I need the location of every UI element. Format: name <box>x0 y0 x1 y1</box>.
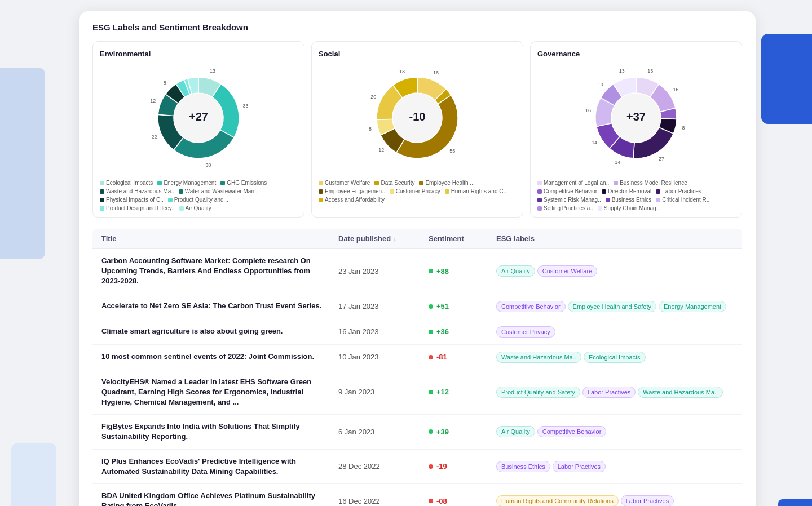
row-title: 10 most common sentinel events of 2022: … <box>102 352 338 362</box>
row-sentiment: +36 <box>429 327 496 336</box>
chart-panel-governance: Governance 13168271414161013 +37 Managem… <box>530 41 742 218</box>
row-labels: Waste and Hazardous Ma..Ecological Impac… <box>496 352 733 363</box>
table-row[interactable]: Carbon Accounting Software Market: Compl… <box>92 249 742 294</box>
esg-tag: Waste and Hazardous Ma.. <box>638 387 723 398</box>
esg-tag: Air Quality <box>496 265 535 277</box>
table-row[interactable]: BDA United Kingdom Office Achieves Plati… <box>92 484 742 506</box>
svg-text:12: 12 <box>378 147 384 153</box>
svg-text:13: 13 <box>619 68 625 74</box>
sentiment-dot <box>429 269 433 273</box>
svg-text:12: 12 <box>150 98 156 104</box>
table-row[interactable]: Climate smart agriculture is also about … <box>92 319 742 345</box>
esg-tag: Customer Privacy <box>496 326 555 338</box>
legend-item: Access and Affordability <box>319 197 385 203</box>
row-title: FigBytes Expands Into India with Solutio… <box>102 421 338 442</box>
legend-item: Management of Legal an.. <box>537 180 609 186</box>
row-title: VelocityEHS® Named a Leader in latest EH… <box>102 377 338 408</box>
svg-text:10: 10 <box>598 82 603 87</box>
row-date: 6 Jan 2023 <box>338 428 429 436</box>
svg-text:8: 8 <box>164 80 166 86</box>
esg-tag: Air Quality <box>496 426 535 437</box>
svg-text:+27: +27 <box>189 110 208 123</box>
legend-item: Product Quality and .. <box>168 197 228 203</box>
esg-tag: Energy Management <box>659 301 726 312</box>
sentiment-dot <box>429 355 433 359</box>
svg-text:22: 22 <box>151 134 157 140</box>
svg-text:14: 14 <box>592 140 597 145</box>
table-row[interactable]: FigBytes Expands Into India with Solutio… <box>92 415 742 449</box>
svg-text:13: 13 <box>647 68 653 74</box>
table-row[interactable]: 10 most common sentinel events of 2022: … <box>92 345 742 370</box>
svg-text:-10: -10 <box>409 110 426 123</box>
row-labels: Competitive BehaviorEmployee Health and … <box>496 301 733 312</box>
svg-text:16: 16 <box>673 87 679 92</box>
row-date: 23 Jan 2023 <box>338 267 429 276</box>
legend-item: Human Rights and C.. <box>445 188 506 194</box>
sentiment-dot <box>429 499 433 503</box>
esg-tag: Labor Practives <box>582 387 636 398</box>
bg-decoration-left <box>0 68 45 259</box>
legend-item: Employee Health ... <box>419 180 474 186</box>
chart-label-environmental: Environmental <box>100 50 297 58</box>
esg-tag: Waste and Hazardous Ma.. <box>496 352 581 363</box>
esg-tag: Labor Practives <box>553 461 606 472</box>
legend-item: Energy Management <box>157 180 216 186</box>
svg-text:13: 13 <box>399 69 405 74</box>
svg-text:38: 38 <box>205 162 211 168</box>
legend-item: Customer Pricacy <box>390 188 440 194</box>
row-sentiment: -19 <box>429 462 496 471</box>
row-sentiment: +51 <box>429 302 496 310</box>
legend-item: Customer Welfare <box>319 180 370 186</box>
table-row[interactable]: Accelerate to Net Zero SE Asia: The Carb… <box>92 294 742 319</box>
table-row[interactable]: IQ Plus Enhances EcoVadis' Predictive In… <box>92 450 742 484</box>
sentiment-dot <box>429 464 433 469</box>
table-header: Title Date published ↓ Sentiment ESG lab… <box>92 229 742 249</box>
chart-label-governance: Governance <box>537 50 735 58</box>
esg-tag: Competitive Behavior <box>537 426 607 437</box>
row-sentiment: +88 <box>429 267 496 276</box>
sentiment-dot <box>429 304 433 309</box>
row-labels: Customer Privacy <box>496 326 733 338</box>
table-row[interactable]: VelocityEHS® Named a Leader in latest EH… <box>92 370 742 415</box>
bg-decoration-left-bottom <box>11 443 56 506</box>
th-date[interactable]: Date published ↓ <box>338 234 429 243</box>
svg-text:13: 13 <box>210 68 215 74</box>
svg-text:+37: +37 <box>626 110 646 123</box>
esg-tag: Customer Welfare <box>537 265 597 277</box>
svg-text:27: 27 <box>659 156 664 162</box>
sort-icon: ↓ <box>393 236 396 242</box>
chart-area-governance: 13168271414161013 +37 <box>537 63 735 175</box>
legend-item: Director Removal <box>602 188 651 194</box>
chart-area-environmental: 13333822128 +27 <box>100 63 297 175</box>
row-sentiment: -81 <box>429 353 496 361</box>
svg-text:14: 14 <box>615 159 620 165</box>
chart-label-social: Social <box>319 50 516 58</box>
legend-item: Systemic Risk Manag.. <box>537 197 601 203</box>
row-title: Accelerate to Net Zero SE Asia: The Carb… <box>102 301 338 311</box>
row-date: 10 Jan 2023 <box>338 353 429 361</box>
row-labels: Product Quality and SafetyLabor Practive… <box>496 387 733 398</box>
esg-tag: Business Ethics <box>496 461 550 472</box>
svg-text:20: 20 <box>370 94 376 100</box>
svg-text:55: 55 <box>449 148 455 154</box>
main-card: ESG Labels and Sentiment Breakdown Envir… <box>79 11 756 506</box>
chart-legend-social: Customer WelfareData SecurityEmployee He… <box>319 180 516 203</box>
sentiment-dot <box>429 429 433 434</box>
row-date: 16 Dec 2022 <box>338 497 429 505</box>
data-table: Title Date published ↓ Sentiment ESG lab… <box>92 229 742 506</box>
svg-text:33: 33 <box>243 103 249 109</box>
legend-item: Critical Incident R.. <box>656 197 709 203</box>
legend-item: Selling Practices a.. <box>537 205 593 211</box>
row-sentiment: +39 <box>429 428 496 436</box>
esg-tag: Ecological Impacts <box>584 352 646 363</box>
card-title: ESG Labels and Sentiment Breakdown <box>92 23 742 32</box>
svg-text:16: 16 <box>433 70 439 76</box>
legend-item: Water and Wastewater Man.. <box>179 188 258 194</box>
bg-decoration-right-top <box>761 34 812 124</box>
svg-text:8: 8 <box>682 125 685 131</box>
legend-item: Competitive Behavior <box>537 188 597 194</box>
row-labels: Human Rights and Community RelationsLabo… <box>496 495 733 506</box>
bg-decoration-right-bottom <box>778 499 812 506</box>
svg-text:8: 8 <box>369 126 372 132</box>
legend-item: Air Quality <box>179 205 211 211</box>
